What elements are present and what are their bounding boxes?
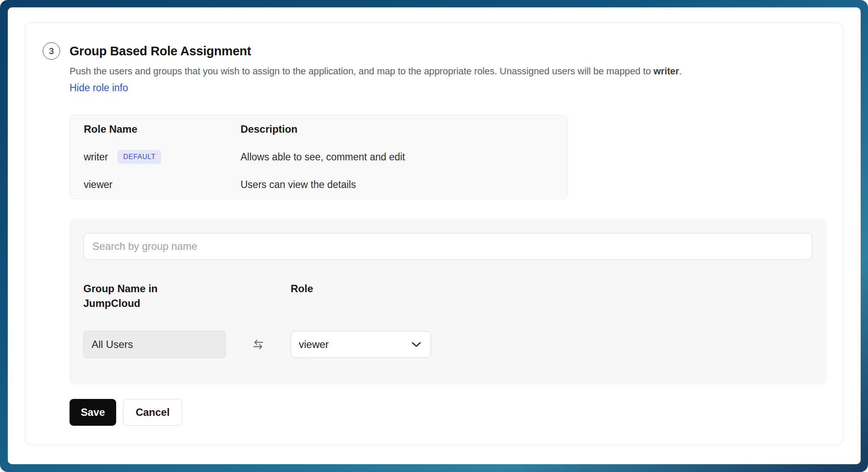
group-name-field: All Users: [83, 331, 226, 358]
role-name: writer: [84, 151, 108, 163]
table-row: viewer Users can view the details: [84, 171, 553, 198]
role-info-table: Role Name Description writer DEFAULT All…: [70, 115, 567, 199]
page-background: 3 Group Based Role Assignment Push the u…: [8, 7, 861, 464]
role-select-value: viewer: [299, 338, 329, 351]
swap-arrows-icon: [251, 338, 265, 351]
role-name-cell: writer DEFAULT: [84, 150, 241, 164]
role-name: viewer: [84, 179, 112, 191]
table-row: writer DEFAULT Allows able to see, comme…: [84, 143, 553, 171]
mapping-header-row: Group Name in JumpCloud Role: [83, 281, 812, 311]
section-title: Group Based Role Assignment: [70, 42, 824, 60]
form-actions: Save Cancel: [70, 399, 824, 426]
role-description: Users can view the details: [241, 179, 553, 191]
hide-role-info-link[interactable]: Hide role info: [70, 81, 128, 94]
save-button[interactable]: Save: [70, 399, 116, 426]
role-name-header: Role Name: [84, 123, 241, 135]
role-assignment-card: 3 Group Based Role Assignment Push the u…: [25, 22, 843, 445]
chevron-down-icon: [411, 341, 422, 348]
description-text: Push the users and groups that you wish …: [70, 66, 653, 77]
role-table-header-row: Role Name Description: [84, 115, 553, 143]
cancel-button[interactable]: Cancel: [123, 399, 182, 426]
step-content: Group Based Role Assignment Push the use…: [70, 42, 824, 426]
section-description: Push the users and groups that you wish …: [70, 65, 824, 78]
group-search-input[interactable]: [83, 233, 812, 260]
step-number: 3: [49, 46, 54, 56]
group-mapping-panel: Group Name in JumpCloud Role All Users: [70, 219, 826, 384]
role-description-header: Description: [241, 123, 553, 135]
role-select[interactable]: viewer: [291, 331, 431, 358]
default-badge: DEFAULT: [117, 150, 161, 164]
role-description: Allows able to see, comment and edit: [241, 151, 553, 163]
role-column-header: Role: [291, 281, 431, 296]
step-number-badge: 3: [43, 42, 60, 60]
group-name-value: All Users: [92, 338, 133, 351]
step-section: 3 Group Based Role Assignment Push the u…: [25, 23, 843, 426]
description-period: .: [679, 66, 681, 77]
default-role-name: writer: [653, 66, 679, 77]
window-frame: 3 Group Based Role Assignment Push the u…: [0, 0, 868, 472]
swap-cell: [226, 331, 291, 358]
group-name-column-header: Group Name in JumpCloud: [83, 281, 189, 311]
mapping-row: All Users: [83, 331, 812, 358]
role-name-cell: viewer: [84, 179, 241, 191]
